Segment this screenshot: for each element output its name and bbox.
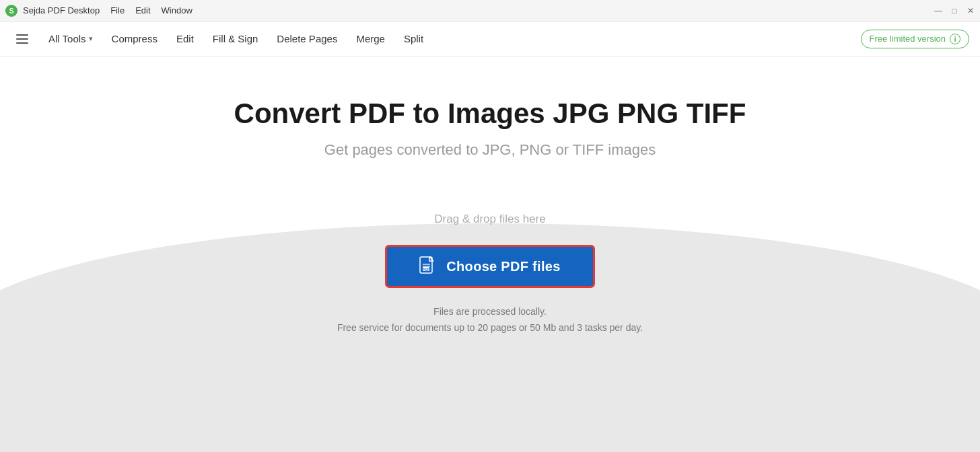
nav-split-label: Split [404,33,423,44]
drag-drop-text: Drag & drop files here [434,213,545,226]
app-title: Sejda PDF Desktop [23,5,100,15]
nav-split[interactable]: Split [394,28,433,50]
menu-file[interactable]: File [110,5,125,15]
choose-files-label: Choose PDF files [446,259,560,274]
main-content: Convert PDF to Images JPG PNG TIFF Get p… [0,57,980,452]
drop-zone: Drag & drop files here PDF Choose PDF fi… [385,213,594,288]
chevron-down-icon: ▾ [89,34,93,43]
toolbar: All Tools ▾ Compress Edit Fill & Sign De… [0,22,980,57]
nav-all-tools-label: All Tools [48,33,86,44]
nav-compress[interactable]: Compress [102,28,167,50]
free-version-badge[interactable]: Free limited version i [861,30,969,48]
file-info-text: Files are processed locally. Free servic… [337,304,643,336]
hamburger-line-3 [16,42,28,44]
nav-edit-label: Edit [176,33,194,44]
nav-delete-pages-label: Delete Pages [277,33,337,44]
file-info-line2: Free service for documents up to 20 page… [337,320,643,336]
free-version-label: Free limited version [870,34,946,44]
title-bar-controls: — □ ✕ [934,7,975,15]
pdf-file-icon: PDF [419,256,437,276]
title-bar-left: S Sejda PDF Desktop File Edit Window [5,5,193,17]
nav-compress-label: Compress [112,33,158,44]
minimize-button[interactable]: — [934,7,942,15]
choose-files-button[interactable]: PDF Choose PDF files [385,245,594,288]
title-bar-menu: File Edit Window [110,5,193,15]
nav-merge-label: Merge [356,33,385,44]
svg-text:S: S [9,6,13,14]
hamburger-line-2 [16,38,28,40]
maximize-button[interactable]: □ [950,7,958,15]
info-icon: i [950,34,960,44]
nav-merge[interactable]: Merge [347,28,394,50]
nav-edit[interactable]: Edit [167,28,203,50]
page-title: Convert PDF to Images JPG PNG TIFF [234,97,746,130]
file-info-line1: Files are processed locally. [337,304,643,320]
close-button[interactable]: ✕ [967,7,975,15]
menu-edit[interactable]: Edit [135,5,150,15]
page-subtitle: Get pages converted to JPG, PNG or TIFF … [324,141,656,159]
nav-fill-sign-label: Fill & Sign [213,33,258,44]
nav-all-tools[interactable]: All Tools ▾ [39,28,102,50]
svg-text:PDF: PDF [423,268,430,272]
menu-window[interactable]: Window [162,5,193,15]
hamburger-line-1 [16,34,28,36]
nav-delete-pages[interactable]: Delete Pages [267,28,347,50]
title-bar: S Sejda PDF Desktop File Edit Window — □… [0,0,980,22]
hamburger-menu-button[interactable] [11,29,34,49]
app-logo: S [5,5,18,17]
nav-fill-sign[interactable]: Fill & Sign [203,28,268,50]
